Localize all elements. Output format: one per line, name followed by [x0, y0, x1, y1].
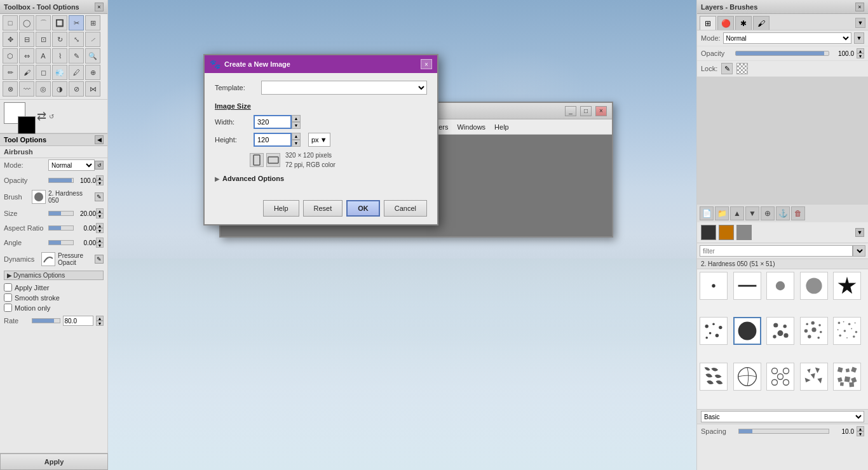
advanced-options-row[interactable]: ▶ Advanced Options	[215, 175, 427, 182]
rate-input[interactable]	[63, 316, 94, 326]
brush-preview-icon[interactable]	[32, 190, 46, 204]
size-up[interactable]: ▲	[96, 208, 104, 213]
motion-only-checkbox[interactable]	[4, 304, 12, 312]
tool-scissors[interactable]: ✂	[69, 15, 84, 30]
dynamics-options-button[interactable]: ▶ Dynamics Options	[4, 271, 104, 280]
tool-desaturate[interactable]: ⊘	[69, 81, 84, 97]
tool-smudge[interactable]: 〰	[19, 81, 34, 97]
brush-cell-15[interactable]	[833, 363, 861, 391]
tool-free-select[interactable]: ⌒	[36, 15, 51, 30]
tool-ink[interactable]: 🖊	[69, 65, 84, 80]
tool-fuzzy-select[interactable]: 🔲	[52, 15, 67, 30]
new-layer-button[interactable]: 📄	[700, 206, 714, 220]
tool-clone[interactable]: ⊗	[3, 81, 18, 97]
brush-cell-2[interactable]	[733, 272, 761, 300]
width-input[interactable]	[254, 115, 292, 129]
spacing-slider[interactable]	[738, 429, 829, 434]
height-input[interactable]	[254, 133, 292, 147]
bg-color-right[interactable]	[736, 225, 752, 240]
brush-category-select[interactable]: Basic	[701, 411, 864, 422]
tool-shear[interactable]: ⟋	[85, 32, 100, 47]
brush-cell-14[interactable]	[800, 363, 828, 391]
mode-reset-icon[interactable]: ↺	[95, 161, 104, 170]
brush-cell-5[interactable]	[833, 272, 861, 300]
brush-cell-6[interactable]	[700, 317, 728, 345]
tool-heal[interactable]: ⊕	[85, 65, 100, 80]
swap-colors-icon[interactable]: ⇄	[37, 109, 46, 123]
mode-select[interactable]: Normal	[48, 159, 95, 171]
tool-text[interactable]: A	[36, 48, 51, 64]
lock-alpha-icon[interactable]	[736, 63, 748, 74]
opacity-slider-right[interactable]	[735, 51, 829, 56]
angle-down[interactable]: ▼	[96, 243, 104, 248]
tool-paths2[interactable]: ⋈	[85, 81, 100, 97]
brushes-tab[interactable]: 🖌	[753, 16, 770, 30]
brush-cell-4[interactable]	[800, 272, 828, 300]
move-down-button[interactable]: ▼	[745, 206, 759, 220]
create-group-button[interactable]: 📁	[715, 206, 729, 220]
menu-windows[interactable]: Windows	[453, 122, 489, 132]
spacing-down[interactable]: ▼	[857, 431, 864, 436]
tabs-expand-button[interactable]: ▼	[855, 18, 865, 28]
size-down[interactable]: ▼	[96, 213, 104, 218]
brush-edit-button[interactable]: ✎	[95, 192, 104, 201]
color-expand-icon[interactable]: ▼	[855, 228, 864, 237]
aspect-slider[interactable]	[48, 225, 74, 231]
tool-color-picker[interactable]: ✎	[69, 48, 84, 64]
opacity-up-right[interactable]: ▲	[857, 48, 864, 53]
tool-options-collapse[interactable]: ◀	[95, 135, 104, 144]
tool-paintbrush[interactable]: 🖌	[19, 65, 34, 80]
rate-down[interactable]: ▼	[96, 321, 104, 326]
opacity-down-right[interactable]: ▼	[857, 53, 864, 58]
tool-scale[interactable]: ⤡	[69, 32, 84, 47]
gimp-minimize-button[interactable]: _	[565, 106, 576, 116]
width-down[interactable]: ▼	[292, 122, 301, 129]
tool-perspective[interactable]: ⬡	[3, 48, 18, 64]
ok-button[interactable]: OK	[346, 200, 380, 217]
portrait-icon[interactable]	[250, 153, 264, 167]
mode-select-right[interactable]: Normal	[723, 32, 851, 44]
rate-up[interactable]: ▲	[96, 316, 104, 321]
right-panel-close-button[interactable]: ×	[855, 3, 864, 11]
reset-colors-icon[interactable]: ↺	[49, 113, 54, 120]
channels-tab[interactable]: 🔴	[717, 16, 734, 30]
gimp-close-button[interactable]: ×	[595, 106, 607, 116]
smooth-stroke-checkbox[interactable]	[4, 293, 12, 302]
brush-cell-10[interactable]	[833, 317, 861, 345]
width-up[interactable]: ▲	[292, 115, 301, 122]
opacity-up[interactable]: ▲	[96, 175, 104, 180]
gimp-maximize-button[interactable]: □	[580, 106, 592, 116]
fg-color-right[interactable]	[701, 225, 716, 240]
template-select[interactable]	[261, 81, 427, 95]
tool-ellipse-select[interactable]: ◯	[19, 15, 34, 30]
cancel-button[interactable]: Cancel	[384, 200, 427, 217]
opacity-slider-left[interactable]	[48, 178, 74, 183]
delete-layer-button[interactable]: 🗑	[791, 206, 805, 220]
brush-cell-7[interactable]	[733, 317, 761, 345]
spacing-up[interactable]: ▲	[857, 426, 864, 431]
height-up[interactable]: ▲	[292, 133, 301, 140]
toolbox-close-button[interactable]: ×	[95, 3, 104, 11]
brush-filter-input[interactable]	[700, 245, 853, 257]
help-button[interactable]: Help	[263, 200, 299, 217]
tool-pencil[interactable]: ✏	[3, 65, 18, 80]
size-slider[interactable]	[48, 211, 74, 216]
angle-slider[interactable]	[48, 240, 74, 245]
brush-cell-8[interactable]	[766, 317, 794, 345]
aspect-down[interactable]: ▼	[96, 228, 104, 233]
layers-tab[interactable]: ⊞	[700, 16, 716, 30]
brush-cell-11[interactable]	[700, 363, 728, 391]
brush-cell-1[interactable]	[700, 272, 728, 300]
reset-button[interactable]: Reset	[303, 200, 343, 217]
duplicate-layer-button[interactable]: ⊕	[761, 206, 775, 220]
brush-cell-12[interactable]	[733, 363, 761, 391]
mode-expand-icon[interactable]: ▼	[854, 32, 864, 44]
brush-filter-select[interactable]: ▼	[853, 245, 865, 257]
tool-flip[interactable]: ⇔	[19, 48, 34, 64]
accent-color-right[interactable]	[719, 225, 734, 240]
tool-align[interactable]: ⊟	[19, 32, 34, 47]
menu-help[interactable]: Help	[491, 122, 513, 132]
tool-convolve[interactable]: ◎	[36, 81, 51, 97]
tool-crop[interactable]: ⊡	[36, 32, 51, 47]
tool-eraser[interactable]: ◻	[36, 65, 51, 80]
